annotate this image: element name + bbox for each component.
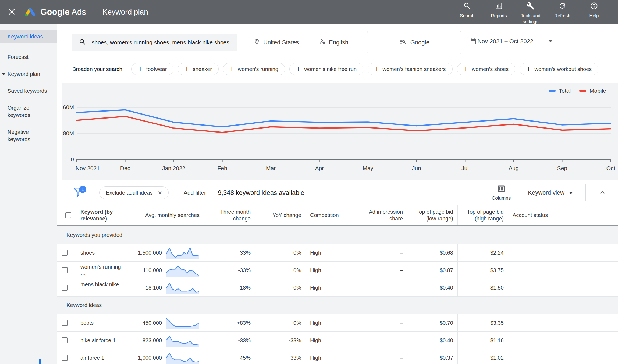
competition-cell: High	[306, 314, 356, 331]
row-checkbox[interactable]	[62, 250, 68, 256]
sidebar-item-label: Forecast	[8, 53, 29, 61]
topbar-help-button[interactable]: Help	[578, 0, 610, 19]
location-value: United States	[263, 39, 299, 46]
column-header-top-of-page-bid-low[interactable]: Top of page bid (low range)	[407, 205, 457, 225]
svg-text:Apr: Apr	[315, 165, 324, 171]
broaden-chip-footwear[interactable]: +footwear	[131, 63, 173, 75]
bid-high-cell: $2.24	[457, 244, 508, 261]
keyword-view-dropdown[interactable]: Keyword view	[528, 189, 573, 196]
competition-cell: High	[306, 262, 356, 279]
keyword-table-card: 1 Exclude adult ideas × Add filter 9,348…	[57, 180, 618, 364]
table-body: Keywords you provided shoes 1,500,000 -3…	[57, 226, 618, 364]
plus-icon: +	[526, 65, 531, 73]
svg-text:80M: 80M	[63, 130, 74, 136]
topbar: Google Ads Keyword plan Search Reports T…	[0, 0, 618, 24]
column-header-account-status[interactable]: Account status	[508, 205, 618, 225]
sidebar-item-forecast[interactable]: Forecast	[0, 51, 57, 64]
brand-wordmark: Google Ads	[40, 7, 86, 17]
broaden-chip-womens-fashion-sneakers[interactable]: +women's fashion sneakers	[368, 63, 452, 75]
filter-chip-exclude-adult-ideas[interactable]: Exclude adult ideas ×	[99, 186, 169, 199]
topbar-reports-button[interactable]: Reports	[483, 0, 515, 19]
yoy-change-cell: -33%	[255, 332, 306, 349]
sparkline-chart	[166, 351, 200, 364]
topbar-tools-settings-button[interactable]: Tools and settings	[515, 0, 546, 25]
help-icon	[590, 2, 598, 13]
chevron-up-icon	[598, 194, 607, 198]
bid-high-cell: $1.02	[457, 349, 508, 364]
searches-value: 110,000	[143, 267, 162, 273]
column-header-three-month-change[interactable]: Three month change	[204, 205, 255, 225]
reports-icon	[495, 2, 503, 13]
column-header-ad-impression-share[interactable]: Ad impression share	[356, 205, 407, 225]
language-selector[interactable]: English	[319, 38, 348, 47]
sidebar: Keyword ideas Forecast Keyword plan Save…	[0, 24, 57, 364]
svg-text:Nov 2021: Nov 2021	[76, 165, 100, 171]
plus-icon: +	[138, 65, 142, 73]
chip-label: footwear	[146, 66, 167, 72]
ad-impression-share-cell: –	[356, 279, 407, 296]
table-row: mens black nike … 18,100 -18% 0% High – …	[57, 279, 618, 297]
filter-button[interactable]: 1	[73, 187, 84, 199]
column-header-top-of-page-bid-high[interactable]: Top of page bid (high range)	[457, 205, 508, 225]
row-checkbox[interactable]	[62, 285, 68, 291]
bid-low-cell: $0.87	[407, 262, 457, 279]
broaden-chip-womens-workout-shoes[interactable]: +women's workout shoes	[520, 63, 598, 75]
filter-bar: 1 Exclude adult ideas × Add filter 9,348…	[57, 180, 618, 205]
topbar-nav-label: Reports	[491, 13, 507, 19]
legend-item-total[interactable]: Total	[549, 88, 571, 94]
sidebar-item-label: Keyword plan	[8, 70, 40, 78]
broaden-chip-womens-nike-free-run[interactable]: +women's nike free run	[289, 63, 363, 75]
broaden-search-row: Broaden your search: +footwear +sneaker …	[72, 63, 618, 75]
account-status-cell	[508, 279, 618, 296]
svg-text:0: 0	[71, 156, 74, 162]
searches-value: 450,000	[143, 320, 162, 326]
table-row: women's running … 110,000 -33% 0% High –…	[57, 262, 618, 279]
column-header-competition[interactable]: Competition	[306, 205, 356, 225]
brand-ads: Ads	[72, 7, 86, 17]
sidebar-scrollbar-thumb[interactable]	[39, 359, 41, 364]
sidebar-item-saved-keywords[interactable]: Saved keywords	[0, 84, 57, 98]
sidebar-item-organize-keywords[interactable]: Organize keywords	[0, 101, 57, 122]
date-range-selector[interactable]: Nov 2021 – Oct 2022	[470, 37, 553, 48]
row-checkbox[interactable]	[62, 320, 68, 326]
trend-chart-section: TotalMobile 080M160MNov 2021DecJan 2022F…	[62, 83, 618, 180]
broaden-chip-womens-running[interactable]: +women's running	[223, 63, 285, 75]
columns-button[interactable]: Columns	[492, 185, 511, 201]
column-header-yoy-change[interactable]: YoY change	[255, 205, 306, 225]
keyword-cell: shoes	[76, 244, 128, 261]
sidebar-item-negative-keywords[interactable]: Negative keywords	[0, 126, 57, 146]
sidebar-item-keyword-plan[interactable]: Keyword plan	[0, 67, 57, 81]
main-content: shoes, women's running shoes, mens black…	[57, 24, 618, 364]
keywords-input[interactable]: shoes, women's running shoes, mens black…	[72, 34, 237, 51]
add-filter-button[interactable]: Add filter	[184, 190, 206, 196]
row-checkbox[interactable]	[62, 355, 68, 361]
sidebar-item-keyword-ideas[interactable]: Keyword ideas	[0, 30, 57, 43]
account-status-cell	[508, 314, 618, 331]
ad-impression-share-cell: –	[356, 244, 407, 261]
topbar-refresh-button[interactable]: Refresh	[546, 0, 578, 19]
row-checkbox[interactable]	[62, 267, 68, 273]
broaden-chip-womens-shoes[interactable]: +women's shoes	[457, 63, 516, 75]
collapse-table-button[interactable]	[598, 188, 607, 198]
plus-icon: +	[230, 65, 234, 73]
select-all-checkbox[interactable]	[65, 212, 71, 218]
chevron-down-icon	[2, 73, 6, 75]
three-month-change-cell: -33%	[204, 332, 255, 349]
remove-filter-icon[interactable]: ×	[158, 190, 162, 196]
close-icon	[8, 8, 15, 16]
column-header-keyword[interactable]: Keyword (by relevance)	[76, 205, 128, 225]
topbar-search-button[interactable]: Search	[451, 0, 483, 19]
chip-label: women's nike free run	[304, 66, 357, 72]
legend-item-mobile[interactable]: Mobile	[579, 88, 606, 94]
account-status-cell	[508, 244, 618, 261]
funnel-icon	[73, 194, 83, 198]
column-header-avg-monthly-searches[interactable]: Avg. monthly searches	[128, 205, 204, 225]
network-selector[interactable]: Google	[367, 31, 461, 54]
topbar-nav-label: Tools and settings	[515, 13, 546, 25]
location-selector[interactable]: United States	[254, 38, 299, 47]
broaden-chip-sneaker[interactable]: +sneaker	[178, 63, 219, 75]
row-checkbox[interactable]	[62, 337, 68, 343]
searches-value: 1,000,000	[138, 355, 162, 361]
sidebar-item-label: Saved keywords	[8, 87, 47, 95]
close-button[interactable]	[6, 7, 17, 17]
